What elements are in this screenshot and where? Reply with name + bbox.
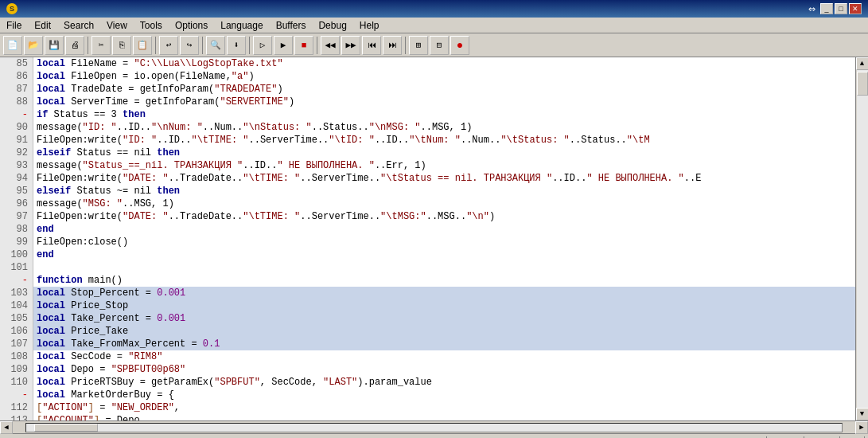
line-number-91: 91 <box>0 134 33 147</box>
line-number-94: 94 <box>0 172 33 185</box>
menu-edit[interactable]: Edit <box>28 18 57 33</box>
scroll-left-button[interactable]: ◀ <box>0 421 13 434</box>
line-number-104: 104 <box>0 299 33 312</box>
menu-help[interactable]: Help <box>353 18 386 33</box>
find-next-button[interactable]: ⬇ <box>227 36 246 55</box>
code-line-110[interactable]: local PriceRTSBuy = getParamEx("SPBFUT",… <box>33 376 855 389</box>
sep1 <box>88 37 88 54</box>
find-button[interactable]: 🔍 <box>206 36 225 55</box>
menu-file[interactable]: File <box>0 18 28 33</box>
editor-container: 85868788-90919293949596979899100101-1031… <box>0 57 868 420</box>
scroll-up-button[interactable]: ▲ <box>856 57 869 70</box>
code-line-98[interactable]: end <box>33 223 855 236</box>
code-line-95[interactable]: elseif Status ~= nil then <box>33 185 855 197</box>
code-line-104[interactable]: local Price_Stop <box>33 299 855 312</box>
save-button[interactable]: 💾 <box>45 36 64 55</box>
code-line-108[interactable]: local SecCode = "RIM8" <box>33 350 855 363</box>
line-number-110: 110 <box>0 376 33 389</box>
line-number-96: 96 <box>0 197 33 210</box>
code-line-100[interactable]: end <box>33 248 855 261</box>
menu-language[interactable]: Language <box>214 18 269 33</box>
line-number-106: 106 <box>0 325 33 338</box>
redo-button[interactable]: ↪ <box>180 36 199 55</box>
tb-btn-1[interactable]: ◀◀ <box>321 36 340 55</box>
minimize-button[interactable]: _ <box>820 3 833 14</box>
scroll-h-thumb[interactable] <box>34 424 98 432</box>
sep6 <box>405 37 406 54</box>
code-line-111[interactable]: local MarketOrderBuy = { <box>33 389 855 401</box>
horizontal-scrollbar[interactable]: ◀ ▶ <box>0 420 868 433</box>
tb-btn-6[interactable]: ⊟ <box>430 36 449 55</box>
code-content[interactable]: local FileName = "C:\\Lua\\LogStopTake.t… <box>33 57 855 420</box>
cut-button[interactable]: ✂ <box>91 36 111 55</box>
arrows-icon: ⇔ <box>808 4 815 14</box>
line-number-111: - <box>0 389 33 401</box>
stop-button[interactable]: ■ <box>294 36 313 55</box>
code-line-113[interactable]: ["ACCOUNT"] = Depo, <box>33 414 855 420</box>
vertical-scrollbar[interactable]: ▲ ▼ <box>855 57 868 420</box>
menu-options[interactable]: Options <box>169 18 214 33</box>
copy-button[interactable]: ⎘ <box>112 36 131 55</box>
tb-btn-5[interactable]: ⊞ <box>409 36 428 55</box>
new-button[interactable]: 📄 <box>3 36 22 55</box>
menu-buffers[interactable]: Buffers <box>270 18 313 33</box>
run-button[interactable]: ▶ <box>274 36 293 55</box>
line-number-93: 93 <box>0 159 33 172</box>
code-line-101[interactable] <box>33 261 855 274</box>
tb-btn-7[interactable]: ● <box>450 36 469 55</box>
scroll-right-button[interactable]: ▶ <box>855 421 868 434</box>
menu-view[interactable]: View <box>100 18 134 33</box>
line-number-90: 90 <box>0 121 33 134</box>
line-number-108: 108 <box>0 350 33 363</box>
scroll-v-track[interactable] <box>857 70 868 408</box>
code-line-103[interactable]: local Stop_Percent = 0.001 <box>33 287 855 299</box>
line-number-112: 112 <box>0 401 33 414</box>
compile-button[interactable]: ▷ <box>253 36 272 55</box>
code-line-94[interactable]: FileOpen:write("DATE: "..TradeDate.."\tT… <box>33 172 855 185</box>
code-line-88[interactable]: local ServerTime = getInfoParam("SERVERT… <box>33 96 855 108</box>
paste-button[interactable]: 📋 <box>133 36 152 55</box>
sep5 <box>317 37 317 54</box>
code-line-97[interactable]: FileOpen:write("DATE: "..TradeDate.."\tT… <box>33 210 855 223</box>
code-line-91[interactable]: FileOpen:write("ID: "..ID.."\tTIME: "..S… <box>33 134 855 147</box>
undo-button[interactable]: ↩ <box>159 36 178 55</box>
line-number-101: 101 <box>0 261 33 274</box>
tb-btn-4[interactable]: ⏭ <box>383 36 402 55</box>
title-bar: S ⇔ _ □ ✕ <box>0 0 868 18</box>
code-line-102[interactable]: function main() <box>33 274 855 287</box>
code-line-87[interactable]: local TradeDate = getInfoParam("TRADEDAT… <box>33 83 855 96</box>
open-button[interactable]: 📂 <box>24 36 43 55</box>
code-line-93[interactable]: message("Status_==_nil. ТРАНЗАКЦИЯ "..ID… <box>33 159 855 172</box>
print-button[interactable]: 🖨 <box>65 36 84 55</box>
line-number-88: 88 <box>0 96 33 108</box>
line-number-98: 98 <box>0 223 33 236</box>
code-line-112[interactable]: ["ACTION"] = "NEW_ORDER", <box>33 401 855 414</box>
scroll-v-thumb[interactable] <box>857 72 868 96</box>
code-line-89[interactable]: if Status == 3 then <box>33 108 855 121</box>
code-line-106[interactable]: local Price_Take <box>33 325 855 338</box>
code-line-90[interactable]: message("ID: "..ID.."\nNum: "..Num.."\nS… <box>33 121 855 134</box>
sep2 <box>155 37 156 54</box>
tb-btn-2[interactable]: ▶▶ <box>341 36 360 55</box>
code-line-105[interactable]: local Take_Percent = 0.001 <box>33 312 855 325</box>
maximize-button[interactable]: □ <box>835 3 847 14</box>
menu-debug[interactable]: Debug <box>312 18 352 33</box>
scroll-h-track[interactable] <box>25 423 843 432</box>
code-line-96[interactable]: message("MSG: "..MSG, 1) <box>33 197 855 210</box>
menu-tools[interactable]: Tools <box>134 18 169 33</box>
code-line-107[interactable]: local Take_FromMax_Percent = 0.1 <box>33 338 855 350</box>
code-line-85[interactable]: local FileName = "C:\\Lua\\LogStopTake.t… <box>33 57 855 70</box>
code-line-86[interactable]: local FileOpen = io.open(FileName,"a") <box>33 70 855 83</box>
code-line-92[interactable]: elseif Status == nil then <box>33 147 855 159</box>
line-number-109: 109 <box>0 363 33 376</box>
code-area[interactable]: local FileName = "C:\\Lua\\LogStopTake.t… <box>33 57 855 420</box>
app-icon: S <box>6 3 18 14</box>
code-line-109[interactable]: local Depo = "SPBFUT00p68" <box>33 363 855 376</box>
line-number-102: - <box>0 274 33 287</box>
menu-search[interactable]: Search <box>57 18 100 33</box>
close-button[interactable]: ✕ <box>849 3 862 14</box>
tb-btn-3[interactable]: ⏮ <box>362 36 381 55</box>
scroll-down-button[interactable]: ▼ <box>856 408 869 420</box>
menu-bar: File Edit Search View Tools Options Lang… <box>0 18 868 33</box>
code-line-99[interactable]: FileOpen:close() <box>33 236 855 248</box>
